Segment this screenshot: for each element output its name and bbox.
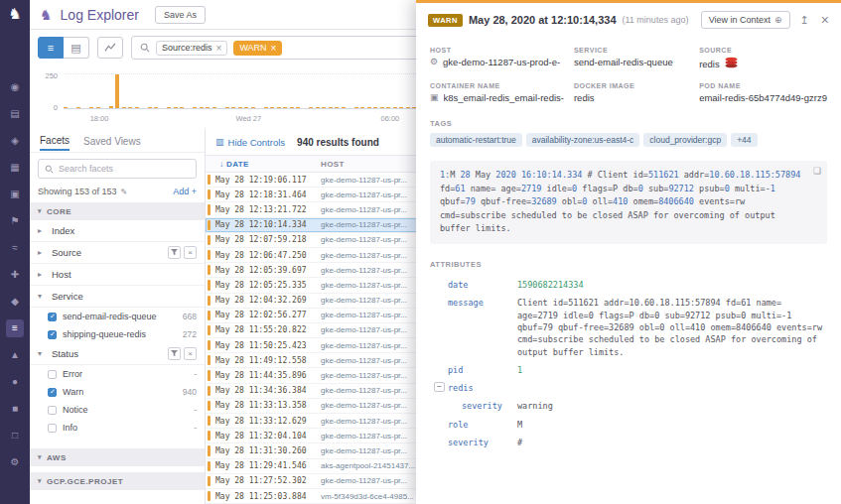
timeline-bar[interactable] [251,107,255,108]
facet-section-gcp.gce.projet[interactable]: ▾ GCP.GCE.PROJET [30,472,205,490]
timeline-bar[interactable] [244,107,248,108]
timeline-bar[interactable] [406,107,410,108]
timeline-bar[interactable] [225,107,229,108]
datadog-logo-icon[interactable]: ♞ [8,5,21,23]
nav-infrastructure-icon[interactable]: ▤ [6,105,24,123]
nav-host-map-icon[interactable]: ◈ [6,132,24,150]
nav-synthetics-icon[interactable]: ● [6,373,24,391]
timeline-bar[interactable] [115,74,119,108]
copy-icon[interactable]: ❏ [813,166,821,176]
tag-pill[interactable]: availability-zone:us-east4-c [526,133,640,147]
facet-group-service[interactable]: ▾ Service [30,286,205,308]
column-header-host[interactable]: HOST [321,160,345,169]
attribute-row[interactable]: − severity warning [430,394,827,412]
timeline-bar[interactable] [76,107,80,108]
timeline-bar[interactable] [290,107,294,108]
facet-item[interactable]: Error - [30,365,205,383]
facet-section-aws[interactable]: ▾ AWS [30,448,205,466]
timeline-bar[interactable] [167,107,171,108]
timeline-bar[interactable] [122,107,126,108]
checkbox[interactable] [48,330,57,339]
filter-icon[interactable] [168,246,181,259]
timeline-bar[interactable] [96,107,100,108]
timeline-bar[interactable] [238,107,242,108]
list-view-button[interactable]: ≡ [38,37,64,59]
timeline-bar[interactable] [109,106,113,108]
timeline-bar[interactable] [148,107,152,108]
field-value[interactable]: redis [574,92,595,103]
timeline-bar[interactable] [354,107,358,108]
timeline-bar[interactable] [335,107,339,108]
close-panel-icon[interactable]: × [821,13,829,27]
timeline-bar[interactable] [309,107,313,108]
facet-search-input[interactable]: Search facets [38,159,197,179]
edit-facets-icon[interactable]: ✎ [121,188,128,196]
attribute-row[interactable]: − severity # [430,431,827,448]
timeline-bar[interactable] [231,107,235,108]
timeline-bar[interactable] [200,107,204,108]
timeline-bar[interactable] [193,107,197,108]
chip-remove-icon[interactable]: × [216,43,222,54]
nav-dashboards-icon[interactable]: ▣ [6,186,24,203]
facet-item[interactable]: shipping-queue-redis 272 [30,325,205,343]
tab-facets[interactable]: Facets [40,130,70,151]
timeline-bar[interactable] [322,107,326,108]
nav-security-icon[interactable]: ▲ [6,346,24,364]
field-value[interactable]: email-redis-65b4774d49-gzrz9 [699,92,827,103]
timeline-bar[interactable] [296,107,300,108]
field-value[interactable]: k8s_email-redis_email-redis- [444,92,564,103]
timeline-bar[interactable] [128,107,132,108]
field-value[interactable]: redis [699,59,720,69]
collapse-icon[interactable]: − [434,382,445,392]
checkbox[interactable] [48,424,57,433]
attribute-row[interactable]: − role M [430,413,827,431]
facet-group-source[interactable]: ▸ Source × [30,242,205,264]
timeline-bar[interactable] [277,107,281,108]
timeline-bar[interactable] [135,107,139,108]
checkbox[interactable] [48,313,57,321]
timeline-bar[interactable] [342,107,346,108]
filter-icon[interactable] [168,347,181,360]
nav-notebooks-icon[interactable]: □ [6,427,24,444]
field-value[interactable]: gke-demo-11287-us-prod-e- [443,57,560,67]
clear-filter-icon[interactable]: × [184,347,197,360]
nav-events-icon[interactable]: ▦ [6,159,24,177]
facet-item[interactable]: Info - [30,419,205,437]
share-icon[interactable]: ↥ [800,14,809,27]
checkbox[interactable] [48,370,57,379]
nav-rum-icon[interactable]: ■ [6,400,24,418]
view-in-context-button[interactable]: View in Context ⊕ [701,11,790,29]
attribute-row[interactable]: − message Client id=511621 addr=10.60.18… [430,291,827,358]
nav-apm-icon[interactable]: ◆ [6,293,24,311]
timeline-bar[interactable] [367,107,371,108]
timeline-bar[interactable] [154,107,158,108]
facet-group-index[interactable]: ▸ Index [30,220,205,242]
pattern-view-button[interactable]: ▤ [64,37,89,59]
checkbox[interactable] [48,406,57,415]
tag-pill[interactable]: cloud_provider:gcp [643,133,727,147]
hide-controls-button[interactable]: ▥ Hide Controls [215,137,285,148]
timeline-bar[interactable] [174,107,178,108]
attribute-row[interactable]: − redis [430,376,827,394]
facet-item[interactable]: Warn 940 [30,383,205,401]
tag-pill[interactable]: +44 [731,133,757,147]
timeline-bar[interactable] [206,107,210,108]
timeline-bar[interactable] [386,107,390,108]
tab-saved-views[interactable]: Saved Views [83,131,141,150]
timeline-bar[interactable] [316,107,320,108]
facet-group-status[interactable]: ▾ Status × [30,343,205,365]
field-value[interactable]: send-email-redis-queue [574,57,673,67]
nav-monitors-icon[interactable]: ⚑ [6,212,24,230]
tag-pill[interactable]: automatic-restart:true [430,133,522,147]
timeline-bar[interactable] [89,107,93,108]
timeline-bar[interactable] [64,107,68,108]
search-filter-chip[interactable]: Source:redis × [156,41,227,56]
timeline-bar[interactable] [212,107,216,108]
timeline-bar[interactable] [264,107,268,108]
facet-section-core[interactable]: ▾ CORE [30,202,205,220]
nav-settings-icon[interactable]: ⚙ [6,453,24,471]
analytics-view-button[interactable] [97,37,123,59]
timeline-bar[interactable] [399,107,403,108]
timeline-bar[interactable] [393,107,397,108]
clear-filter-icon[interactable]: × [184,246,197,259]
